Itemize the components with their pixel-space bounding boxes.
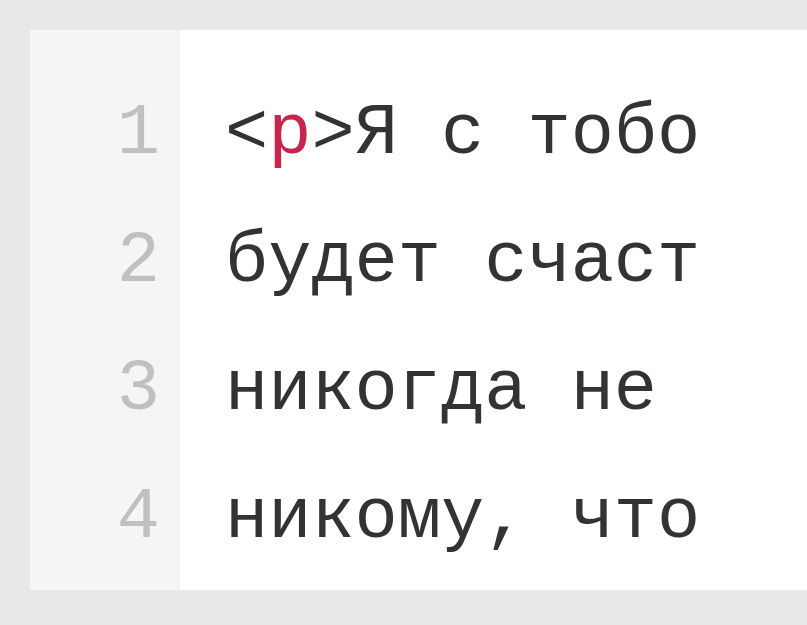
code-line[interactable]: будет счаст: [225, 198, 700, 326]
code-text: никому, что: [225, 477, 700, 559]
code-line[interactable]: никогда не: [225, 326, 700, 454]
bracket-close: >: [311, 93, 354, 175]
line-number: 3: [30, 326, 160, 454]
code-text: будет счаст: [225, 221, 700, 303]
code-content[interactable]: <p>Я с тобо будет счаст никогда не ником…: [180, 30, 700, 590]
html-tag: p: [268, 93, 311, 175]
code-line[interactable]: никому, что: [225, 454, 700, 582]
line-number: 1: [30, 70, 160, 198]
code-editor[interactable]: 1 2 3 4 <p>Я с тобо будет счаст никогда …: [30, 30, 807, 590]
code-text: никогда не: [225, 349, 700, 431]
code-line[interactable]: <p>Я с тобо: [225, 70, 700, 198]
line-number: 4: [30, 454, 160, 582]
line-number-gutter: 1 2 3 4: [30, 30, 180, 590]
code-text: Я с тобо: [355, 93, 701, 175]
line-number: 2: [30, 198, 160, 326]
bracket-open: <: [225, 93, 268, 175]
